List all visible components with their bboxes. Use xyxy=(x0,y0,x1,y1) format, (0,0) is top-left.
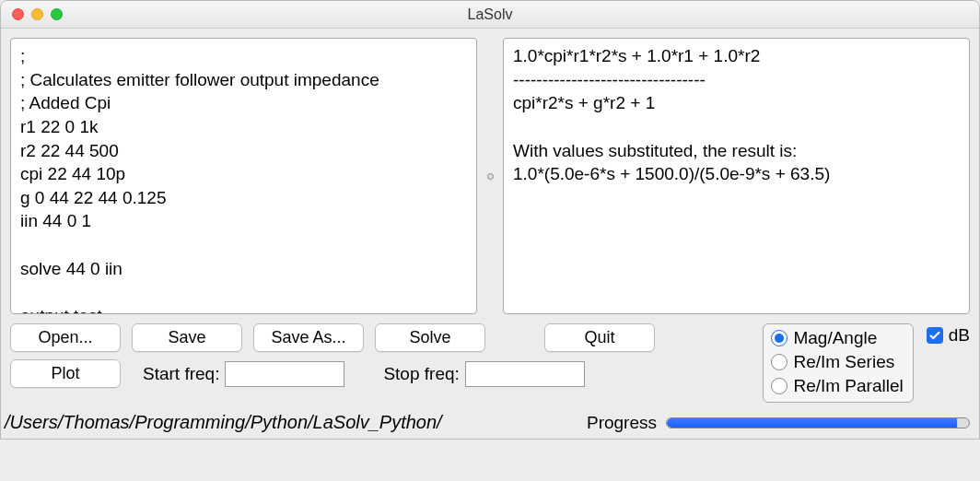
right-col: dB xyxy=(927,323,970,346)
solve-button[interactable]: Solve xyxy=(375,323,485,352)
radio-label: Re/Im Series xyxy=(793,352,894,372)
radio-reim-parallel[interactable]: Re/Im Parallel xyxy=(771,376,903,396)
progress-fill xyxy=(667,418,957,428)
file-path: /Users/Thomas/Programming/Python/LaSolv_… xyxy=(5,412,578,433)
quit-button[interactable]: Quit xyxy=(544,323,655,352)
radio-icon xyxy=(771,330,788,346)
output-pane: 1.0*cpi*r1*r2*s + 1.0*r1 + 1.0*r2 ------… xyxy=(503,38,970,314)
stop-freq-label: Stop freq: xyxy=(383,364,459,384)
plot-button[interactable]: Plot xyxy=(10,359,121,388)
open-button[interactable]: Open... xyxy=(10,323,121,352)
left-button-col: Open... Save Save As... Solve Quit Plot … xyxy=(10,323,655,388)
start-freq-input[interactable] xyxy=(225,361,344,387)
radio-reim-series[interactable]: Re/Im Series xyxy=(771,352,903,372)
display-mode-group: Mag/Angle Re/Im Series Re/Im Parallel xyxy=(763,323,913,403)
editor-panes: ; ; Calculates emitter follower output i… xyxy=(1,29,979,320)
radio-mag-angle[interactable]: Mag/Angle xyxy=(771,328,903,348)
progress-label: Progress xyxy=(587,413,657,433)
input-pane[interactable]: ; ; Calculates emitter follower output i… xyxy=(10,38,477,314)
titlebar: LaSolv xyxy=(1,1,979,29)
save-as-button[interactable]: Save As... xyxy=(253,323,364,352)
traffic-lights xyxy=(1,8,63,20)
window-title: LaSolv xyxy=(1,6,979,23)
controls-row: Open... Save Save As... Solve Quit Plot … xyxy=(1,320,979,403)
splitter-handle[interactable] xyxy=(486,38,494,314)
close-icon[interactable] xyxy=(12,8,24,20)
start-freq-label: Start freq: xyxy=(143,364,219,384)
check-icon xyxy=(927,327,943,344)
radio-label: Mag/Angle xyxy=(793,328,877,348)
radio-icon xyxy=(771,378,788,394)
zoom-icon[interactable] xyxy=(51,8,63,20)
minimize-icon[interactable] xyxy=(31,8,43,20)
progress-bar xyxy=(666,417,970,428)
db-checkbox[interactable]: dB xyxy=(927,325,970,346)
radio-label: Re/Im Parallel xyxy=(793,376,903,396)
status-bar: /Users/Thomas/Programming/Python/LaSolv_… xyxy=(1,403,979,439)
app-window: LaSolv ; ; Calculates emitter follower o… xyxy=(0,0,980,440)
stop-freq-input[interactable] xyxy=(465,361,585,387)
radio-icon xyxy=(771,354,788,370)
splitter-icon xyxy=(487,173,494,180)
save-button[interactable]: Save xyxy=(132,323,242,352)
db-label: dB xyxy=(949,325,970,346)
